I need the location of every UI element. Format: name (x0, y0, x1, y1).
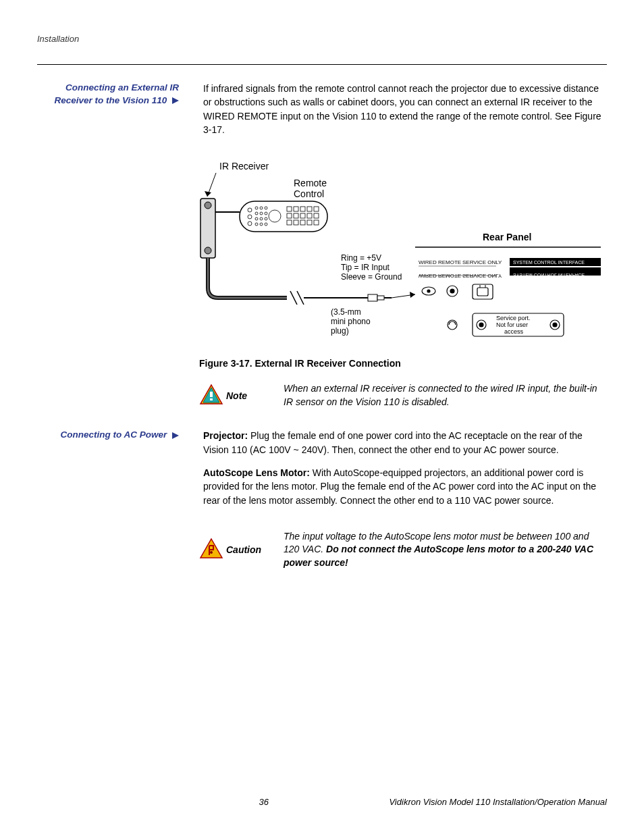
svg-point-61 (553, 323, 557, 327)
label-wired-remote: WIRED REMOTE (419, 259, 461, 265)
label-plug1: (3.5-mm (331, 307, 361, 317)
manual-title: Vidikron Vision Model 110 Installation/O… (389, 797, 607, 807)
svg-rect-53 (477, 288, 488, 296)
power-p1-text: Plug the female end of one power cord in… (203, 430, 583, 454)
caution-label: Caution (226, 544, 284, 555)
svg-line-38 (290, 291, 297, 305)
ir-paragraph: If infrared signals from the remote cont… (203, 82, 607, 136)
label-remote-1: Remote (294, 178, 327, 188)
side-heading-power: Connecting to AC Power (37, 429, 183, 442)
caution-icon (199, 538, 226, 562)
svg-marker-1 (205, 191, 211, 197)
section-ac-power: Connecting to AC Power Projector: Plug t… (37, 429, 607, 516)
caution-text: The input voltage to the AutoScope lens … (284, 530, 607, 570)
svg-point-69 (210, 551, 213, 554)
label-plug2: mini phono (331, 317, 371, 326)
label-wired-remote-inv: WIRED REMOTE (419, 273, 461, 279)
svg-rect-41 (368, 294, 377, 301)
svg-point-49 (427, 290, 430, 292)
page-footer: 36 Vidikron Vision Model 110 Installatio… (37, 797, 607, 807)
figure-caption: Figure 3-17. External IR Receiver Connec… (199, 358, 607, 369)
svg-point-4 (205, 247, 211, 254)
note-callout: Note When an external IR receiver is con… (199, 382, 607, 409)
side-heading-ir: Connecting an External IR Receiver to th… (37, 82, 183, 107)
body-text-power: Projector: Plug the female end of one po… (183, 429, 607, 516)
note-text: When an external IR receiver is connecte… (284, 382, 607, 409)
svg-rect-42 (377, 296, 384, 300)
svg-rect-6 (240, 201, 327, 232)
note-label: Note (226, 390, 284, 401)
power-p1: Projector: Plug the female end of one po… (203, 429, 607, 457)
caution-text-2: Do not connect the AutoScope lens motor … (284, 544, 593, 568)
arrow-icon (172, 432, 179, 439)
page-number: 36 (138, 797, 389, 807)
label-remote-2: Control (294, 188, 324, 199)
power-p2: AutoScope Lens Motor: With AutoScope-equ… (203, 466, 607, 507)
side-heading-power-text: Connecting to AC Power (60, 429, 167, 440)
svg-line-39 (297, 291, 304, 305)
label-svc2: Not for user (496, 321, 528, 328)
note-icon (199, 384, 226, 408)
label-ring: Ring = +5V (341, 253, 381, 263)
body-text-ir: If infrared signals from the remote cont… (183, 82, 607, 146)
figure-diagram: IR Receiver Remote Control (199, 159, 604, 348)
svg-point-51 (450, 289, 454, 293)
label-service-only-inv: SERVICE ONLY (462, 273, 502, 279)
svg-marker-63 (410, 292, 415, 298)
label-svc3: access (504, 328, 524, 335)
label-rear-panel: Rear Panel (483, 232, 531, 242)
arrow-icon (172, 97, 179, 104)
label-svc1: Service port. (496, 315, 531, 321)
svg-point-59 (479, 323, 483, 327)
label-sys-ctrl-2: SYSTEM CONTROL INTERFACE (513, 273, 585, 278)
label-service-only: SERVICE ONLY (462, 259, 502, 265)
header-rule (37, 64, 607, 65)
page-header: Installation (37, 34, 607, 44)
caution-callout: Caution The input voltage to the AutoSco… (199, 530, 607, 570)
svg-rect-66 (210, 392, 213, 397)
label-tip: Tip = IR Input (341, 263, 390, 272)
power-p2-label: AutoScope Lens Motor: (203, 467, 310, 478)
label-sleeve: Sleeve = Ground (341, 272, 402, 282)
section-ir-receiver: Connecting an External IR Receiver to th… (37, 82, 607, 146)
svg-rect-67 (210, 398, 213, 400)
label-plug3: plug) (331, 326, 349, 336)
label-sys-ctrl-1: SYSTEM CONTROL INTERFACE (513, 260, 585, 265)
svg-marker-68 (200, 539, 222, 558)
label-ir-receiver: IR Receiver (219, 161, 269, 172)
power-p1-label: Projector: (203, 430, 248, 441)
svg-point-3 (205, 202, 211, 209)
side-heading-ir-text: Connecting an External IR Receiver to th… (54, 82, 179, 105)
figure-3-17: IR Receiver Remote Control (199, 159, 607, 369)
